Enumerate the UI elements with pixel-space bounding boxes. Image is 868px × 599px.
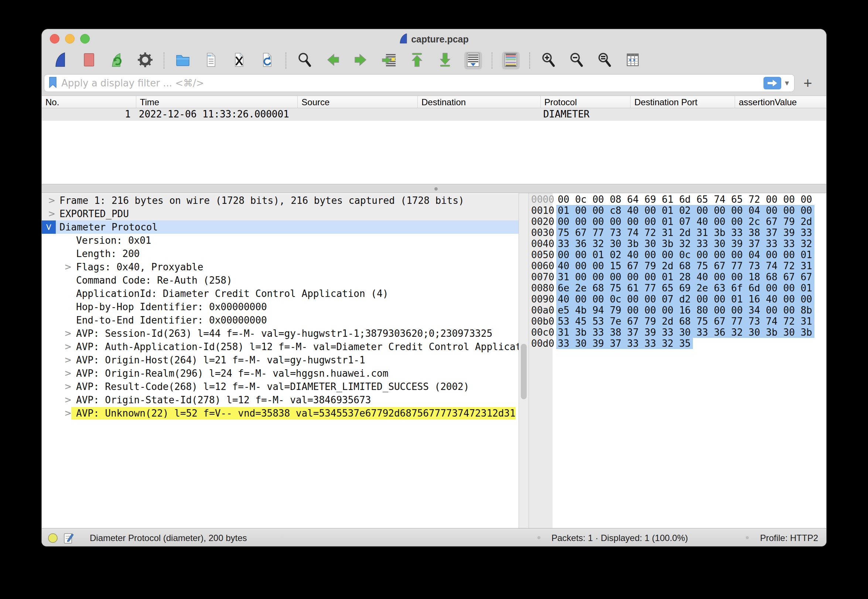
column-header-source[interactable]: Source: [297, 96, 417, 108]
column-header-time[interactable]: Time: [136, 96, 298, 108]
hex-row[interactable]: 002000 00 00 00 00 00 01 07 40 00 00 2c …: [529, 216, 826, 227]
detail-row[interactable]: >AVP: Origin-Realm(296) l=24 f=-M- val=h…: [42, 367, 519, 380]
restart-capture-button[interactable]: [108, 52, 126, 69]
detail-row[interactable]: >AVP: Origin-Host(264) l=21 f=-M- val=gy…: [42, 354, 519, 367]
detail-row[interactable]: Hop-by-Hop Identifier: 0x00000000: [42, 300, 519, 313]
hex-row[interactable]: 000000 0c 00 08 64 69 61 6d 65 74 65 72 …: [529, 194, 826, 205]
detail-row[interactable]: Version: 0x01: [42, 234, 519, 247]
pane-splitter[interactable]: [42, 184, 826, 193]
capture-options-button[interactable]: [136, 52, 154, 69]
hex-row[interactable]: 00c031 3b 33 38 37 39 33 30 33 36 32 30 …: [529, 327, 826, 338]
detail-row[interactable]: >AVP: Session-Id(263) l=44 f=-M- val=gy-…: [42, 327, 519, 340]
detail-row[interactable]: Length: 200: [42, 247, 519, 260]
capture-comment-icon[interactable]: [63, 532, 74, 546]
go-last-packet-button[interactable]: [436, 52, 454, 69]
go-first-packet-button[interactable]: [408, 52, 426, 69]
wireshark-window: capture.pcap ▾ + No.TimeSourceDestinatio…: [41, 29, 827, 546]
resize-columns-button[interactable]: [624, 52, 642, 69]
detail-row[interactable]: >EXPORTED_PDU: [42, 207, 519, 220]
display-filter-input[interactable]: [61, 78, 763, 89]
detail-scrollbar[interactable]: [519, 193, 529, 528]
hex-row[interactable]: 006040 00 00 15 67 79 2d 68 75 67 77 73 …: [529, 260, 826, 271]
expert-info-icon[interactable]: [48, 533, 58, 545]
hex-bytes[interactable]: 6e 2e 68 75 61 77 65 69 2e 63 6f 6d 00 0…: [556, 283, 814, 293]
display-filter-field[interactable]: ▾: [44, 74, 794, 92]
hex-row[interactable]: 00806e 2e 68 75 61 77 65 69 2e 63 6f 6d …: [529, 283, 826, 293]
hex-row[interactable]: 004033 36 32 30 3b 30 3b 32 33 30 39 37 …: [529, 238, 826, 249]
hex-row[interactable]: 00b053 45 53 7e 67 79 2d 68 75 67 77 73 …: [529, 316, 826, 327]
hex-row[interactable]: 005000 00 01 02 40 00 00 0c 00 00 00 04 …: [529, 249, 826, 260]
expander-closed-icon[interactable]: >: [62, 260, 74, 274]
detail-row[interactable]: Command Code: Re-Auth (258): [42, 274, 519, 287]
find-packet-button[interactable]: [296, 52, 314, 69]
column-header-protocol[interactable]: Protocol: [540, 96, 630, 108]
packet-detail-pane[interactable]: >Frame 1: 216 bytes on wire (1728 bits),…: [42, 193, 519, 528]
close-file-button[interactable]: [230, 52, 248, 69]
go-back-button[interactable]: [324, 52, 341, 69]
detail-row[interactable]: ApplicationId: Diameter Credit Control A…: [42, 287, 519, 300]
hex-row[interactable]: 009040 00 00 0c 00 00 07 d2 00 00 01 16 …: [529, 293, 826, 305]
hex-bytes[interactable]: 31 3b 33 38 37 39 33 30 33 36 32 30 3b 3…: [556, 327, 814, 338]
start-capture-button[interactable]: [52, 52, 70, 69]
detail-row[interactable]: >AVP: Auth-Application-Id(258) l=12 f=-M…: [42, 340, 519, 354]
detail-row[interactable]: >Flags: 0x40, Proxyable: [42, 260, 519, 274]
hex-bytes[interactable]: 33 36 32 30 3b 30 3b 32 33 30 39 37 33 3…: [556, 238, 814, 249]
hex-bytes[interactable]: 53 45 53 7e 67 79 2d 68 75 67 77 73 74 7…: [556, 316, 814, 327]
expander-closed-icon[interactable]: >: [62, 340, 74, 354]
hex-bytes[interactable]: 31 00 00 00 00 00 01 28 40 00 00 18 68 6…: [556, 271, 814, 283]
zoom-out-button[interactable]: [568, 52, 585, 69]
hex-row[interactable]: 003075 67 77 73 74 72 31 2d 31 3b 33 38 …: [529, 227, 826, 238]
zoom-original-button[interactable]: [596, 52, 614, 69]
column-header-assertion[interactable]: assertionValue: [735, 96, 826, 108]
save-file-button[interactable]: [202, 52, 220, 69]
expander-closed-icon[interactable]: >: [62, 354, 74, 367]
column-header-destination[interactable]: Destination: [417, 96, 540, 108]
detail-row[interactable]: >AVP: Unknown(22) l=52 f=V-- vnd=35838 v…: [42, 406, 519, 420]
hex-row[interactable]: 001001 00 00 c8 40 00 01 02 00 00 00 04 …: [529, 205, 826, 216]
go-forward-button[interactable]: [352, 52, 370, 69]
detail-row[interactable]: >Diameter Protocol: [42, 220, 519, 234]
hex-bytes[interactable]: 75 67 77 73 74 72 31 2d 31 3b 33 38 37 3…: [556, 227, 814, 238]
reload-file-button[interactable]: [258, 52, 276, 69]
stop-capture-button[interactable]: [80, 52, 98, 69]
packet-row[interactable]: 12022-12-06 11:33:26.000001DIAMETER: [42, 108, 826, 121]
bookmark-icon[interactable]: [48, 77, 58, 90]
column-header-no[interactable]: No.: [42, 96, 136, 108]
hex-bytes[interactable]: 00 00 01 02 40 00 00 0c 00 00 00 04 00 0…: [556, 249, 814, 260]
hex-bytes[interactable]: 01 00 00 c8 40 00 01 02 00 00 00 04 00 0…: [556, 205, 814, 216]
open-file-button[interactable]: [174, 52, 192, 69]
detail-scrollbar-thumb[interactable]: [521, 344, 527, 399]
detail-row[interactable]: >AVP: Result-Code(268) l=12 f=-M- val=DI…: [42, 380, 519, 393]
filter-dropdown-caret[interactable]: ▾: [785, 78, 789, 88]
column-header-dest_port[interactable]: Destination Port: [630, 96, 735, 108]
detail-row[interactable]: End-to-End Identifier: 0x00000000: [42, 313, 519, 327]
expander-open-icon[interactable]: >: [42, 220, 56, 234]
add-filter-button[interactable]: +: [800, 74, 816, 93]
expander-closed-icon[interactable]: >: [62, 380, 74, 393]
go-to-packet-button[interactable]: [380, 52, 398, 69]
title-bar[interactable]: capture.pcap: [42, 29, 826, 48]
expander-closed-icon[interactable]: >: [46, 194, 57, 207]
zoom-in-button[interactable]: [540, 52, 557, 69]
hex-bytes[interactable]: 00 00 00 00 00 00 01 07 40 00 00 2c 67 7…: [556, 216, 814, 227]
detail-row[interactable]: >Frame 1: 216 bytes on wire (1728 bits),…: [42, 194, 519, 207]
hex-bytes[interactable]: 33 30 39 37 33 33 32 35: [556, 338, 693, 349]
packet-bytes-pane[interactable]: 000000 0c 00 08 64 69 61 6d 65 74 65 72 …: [529, 193, 826, 528]
colorize-packets-button[interactable]: [502, 52, 520, 69]
apply-filter-button[interactable]: [763, 77, 781, 89]
status-profile[interactable]: Profile: HTTP2: [760, 533, 818, 543]
detail-row[interactable]: >AVP: Origin-State-Id(278) l=12 f=-M- va…: [42, 393, 519, 406]
hex-bytes[interactable]: e5 4b 94 79 00 00 00 16 80 00 00 34 00 0…: [556, 305, 814, 316]
expander-closed-icon[interactable]: >: [62, 327, 74, 340]
hex-bytes[interactable]: 40 00 00 15 67 79 2d 68 75 67 77 73 74 7…: [556, 260, 814, 271]
hex-bytes[interactable]: 40 00 00 0c 00 00 07 d2 00 00 01 16 40 0…: [556, 293, 814, 305]
hex-row[interactable]: 00d033 30 39 37 33 33 32 35: [529, 338, 826, 349]
expander-closed-icon[interactable]: >: [62, 393, 74, 406]
hex-row[interactable]: 007031 00 00 00 00 00 01 28 40 00 00 18 …: [529, 271, 826, 283]
auto-scroll-button[interactable]: [464, 52, 482, 69]
hex-row[interactable]: 00a0e5 4b 94 79 00 00 00 16 80 00 00 34 …: [529, 305, 826, 316]
packet-list-empty-area[interactable]: [42, 121, 826, 184]
expander-closed-icon[interactable]: >: [62, 367, 74, 380]
expander-closed-icon[interactable]: >: [46, 207, 57, 220]
hex-bytes[interactable]: 00 0c 00 08 64 69 61 6d 65 74 65 72 00 0…: [556, 194, 814, 205]
